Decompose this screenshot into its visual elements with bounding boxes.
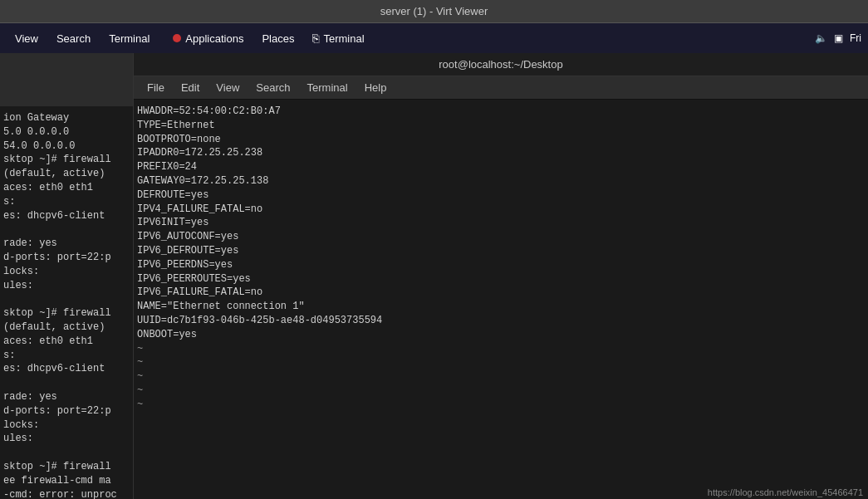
left-terminal-line: aces: eth0 eth1 <box>3 181 130 195</box>
terminal-menu-top[interactable]: Terminal <box>101 29 158 48</box>
terminal-app-label: Terminal <box>323 32 364 45</box>
left-terminal-line: s: <box>3 195 130 209</box>
main-terminal-line: IPV6_PEERROUTES=yes <box>137 272 865 286</box>
left-terminal-line <box>3 223 130 237</box>
gnome-right: 🔈 ▣ Fri <box>815 32 861 44</box>
left-terminal-line: aces: eth0 eth1 <box>3 335 130 349</box>
search-menu[interactable]: Search <box>48 29 99 48</box>
watermark-url: https://blog.csdn.net/weixin_45466471 <box>708 487 863 497</box>
main-terminal-line: IPV6INIT=yes <box>137 216 865 230</box>
time-display: Fri <box>850 32 861 44</box>
bottom-bar: https://blog.csdn.net/weixin_45466471 <box>267 486 868 499</box>
main-terminal-line: TYPE=Ethernet <box>137 119 865 133</box>
left-terminal-line: sktop ~]# firewall <box>3 460 130 474</box>
left-terminal-line: ion Gateway <box>3 111 130 125</box>
main-terminal-line: IPV6_PEERDNS=yes <box>137 258 865 272</box>
gnome-app-section: Applications Places ⎘ Terminal <box>164 28 372 48</box>
left-terminal-line <box>3 292 130 306</box>
left-terminal-line: -cmd: error: unproc <box>3 488 130 499</box>
screen-icon: ▣ <box>834 32 843 44</box>
left-terminal-line: 54.0 0.0.0.0 <box>3 139 130 154</box>
terminal-title-bar: root@localhost:~/Desktop <box>134 53 868 76</box>
menu-terminal[interactable]: Terminal <box>301 79 355 96</box>
left-terminal-line: d-ports: port=22:p <box>3 404 130 418</box>
main-terminal-line: NAME="Ethernet connection 1" <box>137 300 865 314</box>
gnome-bar: View Search Terminal Applications Places… <box>0 23 868 53</box>
tilde-line: ~ <box>137 384 865 398</box>
left-terminal-line: locks: <box>3 265 130 279</box>
menu-view[interactable]: View <box>209 79 246 96</box>
terminal-title: root@localhost:~/Desktop <box>439 58 562 71</box>
left-terminal-line: ules: <box>3 279 130 293</box>
view-menu[interactable]: View <box>7 29 47 48</box>
left-terminal-line: ee firewall-cmd ma <box>3 474 130 488</box>
gnome-left: View Search Terminal <box>7 29 158 48</box>
main-terminal-window: root@localhost:~/Desktop File Edit View … <box>133 53 868 499</box>
left-terminal-line <box>3 376 130 390</box>
main-terminal-line: IPV6_FAILURE_FATAL=no <box>137 286 865 300</box>
applications-btn[interactable]: Applications <box>164 29 252 48</box>
main-terminal-lines: HWADDR=52:54:00:C2:B0:A7TYPE=EthernetBOO… <box>137 105 865 342</box>
main-terminal-line: BOOTPROTO=none <box>137 133 865 147</box>
left-terminal-line: d-ports: port=22:p <box>3 251 130 265</box>
left-terminal-line: es: dhcpv6-client <box>3 362 130 376</box>
tilde-line: ~ <box>137 398 865 412</box>
main-terminal-line: GATEWAY0=172.25.25.138 <box>137 174 865 188</box>
main-terminal-line: IPV6_DEFROUTE=yes <box>137 244 865 258</box>
main-terminal-line: UUID=dc7b1f93-046b-425b-ae48-d0495373559… <box>137 314 865 328</box>
main-terminal-line: IPV4_FAILURE_FATAL=no <box>137 203 865 217</box>
title-bar: server (1) - Virt Viewer <box>0 0 868 23</box>
left-terminal: ion Gateway5.0 0.0.0.054.0 0.0.0.0sktop … <box>0 106 133 499</box>
menu-help[interactable]: Help <box>358 79 394 96</box>
main-terminal-line: IPADDR0=172.25.25.238 <box>137 146 865 160</box>
left-terminal-line: sktop ~]# firewall <box>3 306 130 320</box>
left-terminal-line: 5.0 0.0.0.0 <box>3 125 130 139</box>
left-terminal-line: ules: <box>3 432 130 446</box>
places-btn[interactable]: Places <box>253 29 302 48</box>
app-dot-icon <box>173 34 181 42</box>
left-terminal-line: locks: <box>3 418 130 433</box>
main-terminal-line: IPV6_AUTOCONF=yes <box>137 230 865 244</box>
terminal-content[interactable]: HWADDR=52:54:00:C2:B0:A7TYPE=EthernetBOO… <box>134 100 868 499</box>
left-terminal-line: rade: yes <box>3 237 130 251</box>
title-text: server (1) - Virt Viewer <box>380 5 488 17</box>
tilde-line: ~ <box>137 342 865 356</box>
menu-search[interactable]: Search <box>249 79 297 96</box>
main-terminal-line: PREFIX0=24 <box>137 160 865 174</box>
left-terminal-line: rade: yes <box>3 390 130 404</box>
main-terminal-line: DEFROUTE=yes <box>137 188 865 203</box>
left-terminal-line <box>3 446 130 460</box>
left-terminal-line: (default, active) <box>3 320 130 335</box>
left-terminal-line: es: dhcpv6-client <box>3 209 130 223</box>
menu-file[interactable]: File <box>140 79 171 96</box>
left-terminal-line: s: <box>3 349 130 363</box>
left-terminal-line: sktop ~]# firewall <box>3 153 130 167</box>
applications-label: Applications <box>185 32 243 45</box>
left-terminal-content: ion Gateway5.0 0.0.0.054.0 0.0.0.0sktop … <box>3 111 130 499</box>
main-container: ion Gateway5.0 0.0.0.054.0 0.0.0.0sktop … <box>0 53 868 499</box>
main-terminal-line: ONBOOT=yes <box>137 328 865 342</box>
main-terminal-line: HWADDR=52:54:00:C2:B0:A7 <box>137 105 865 119</box>
tilde-lines: ~~~~~ <box>137 342 865 412</box>
terminal-app-btn[interactable]: ⎘ Terminal <box>304 28 372 48</box>
terminal-icon: ⎘ <box>312 32 319 45</box>
tilde-line: ~ <box>137 369 865 384</box>
left-terminal-line: (default, active) <box>3 167 130 181</box>
volume-icon: 🔈 <box>815 32 827 44</box>
menu-edit[interactable]: Edit <box>174 79 206 96</box>
terminal-menu-bar: File Edit View Search Terminal Help <box>134 76 868 100</box>
tilde-line: ~ <box>137 355 865 369</box>
